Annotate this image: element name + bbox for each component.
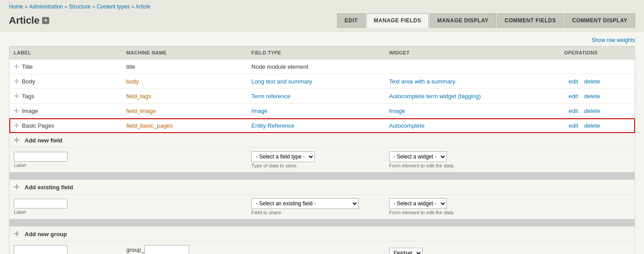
page-title: Article + — [9, 15, 49, 26]
field-widget-link[interactable]: Autocomplete — [389, 122, 425, 129]
add-new-field-section-header: ✛ Add new field — [9, 133, 635, 148]
add-existing-field-hint: Field to share — [251, 210, 380, 215]
field-edit-link[interactable]: edit — [569, 108, 578, 114]
field-label-text: Title — [22, 63, 33, 70]
field-widget: Image — [385, 104, 560, 118]
add-new-field-ops-cell — [560, 148, 635, 172]
tab-edit[interactable]: EDIT — [337, 13, 365, 28]
add-new-group-name-input[interactable] — [144, 245, 189, 254]
content-area: Show row weights LABEL MACHINE NAME FIEL… — [0, 32, 644, 254]
field-type-link[interactable]: Image — [251, 108, 267, 114]
breadcrumb: Home » Administration » Structure » Cont… — [0, 0, 644, 11]
field-widget-link[interactable]: Text area with a summary — [389, 78, 455, 85]
field-widget-link[interactable]: Image — [389, 108, 405, 114]
add-existing-field-machine-cell — [122, 195, 247, 219]
field-ops: edit delete — [560, 104, 635, 118]
field-edit-link[interactable]: edit — [569, 122, 578, 129]
field-delete-link[interactable]: delete — [584, 122, 600, 129]
col-header-widget: WIDGET — [385, 46, 560, 59]
field-machine-name: title — [122, 59, 247, 74]
add-new-group-label-cell: Label — [9, 242, 122, 254]
field-edit-link[interactable]: edit — [569, 78, 578, 85]
divider-1 — [9, 172, 635, 180]
add-new-field-widget-hint: Form element to edit the data. — [389, 163, 555, 168]
field-machine-name: field_image — [122, 104, 247, 118]
add-new-field-label-hint: Label — [14, 162, 117, 168]
field-ops: edit delete — [560, 74, 635, 89]
show-row-weights-link[interactable]: Show row weights — [592, 37, 635, 43]
tab-comment-fields[interactable]: COMMENT FIELDS — [497, 13, 564, 28]
field-ops: edit delete — [560, 118, 635, 133]
add-new-group-section-header: ✛ Add new group — [9, 227, 635, 242]
drag-handle-icon[interactable]: ✛ — [14, 107, 19, 114]
table-row: ✛ Tags field_tags Term reference Autocom… — [9, 89, 635, 104]
tab-manage-fields[interactable]: MANAGE FIELDS — [366, 13, 429, 28]
add-existing-field-label-hint: Label — [14, 209, 117, 215]
field-delete-link[interactable]: delete — [584, 108, 600, 114]
add-new-group-fieldset-select[interactable]: Fieldset — [389, 248, 423, 254]
field-widget — [385, 59, 560, 74]
page-header: Article + EDIT MANAGE FIELDS MANAGE DISP… — [0, 11, 644, 32]
tab-comment-display[interactable]: COMMENT DISPLAY — [564, 13, 635, 28]
field-label-cell: ✛ Body — [9, 74, 122, 89]
add-existing-field-select-cell: - Select an existing field - Field to sh… — [247, 195, 385, 219]
field-widget-link[interactable]: Autocomplete term widget (tagging) — [389, 93, 481, 100]
drag-handle-icon[interactable]: ✛ — [14, 92, 19, 100]
add-existing-field-section-header: ✛ Add existing field — [9, 180, 635, 195]
divider-2 — [9, 219, 635, 227]
col-header-label: LABEL — [9, 46, 122, 59]
breadcrumb-administration[interactable]: Administration — [29, 4, 63, 10]
field-widget: Autocomplete term widget (tagging) — [385, 89, 560, 104]
field-widget: Text area with a summary — [385, 74, 560, 89]
add-new-group-label-input[interactable] — [14, 245, 68, 254]
add-new-field-type-hint: Type of data to store. — [251, 163, 380, 168]
breadcrumb-content-types[interactable]: Content types — [97, 4, 130, 10]
add-new-field-label-input[interactable] — [14, 152, 68, 162]
show-row-weights-container: Show row weights — [9, 37, 635, 43]
field-type: Long text and summary — [247, 74, 385, 89]
page-wrapper: Home » Administration » Structure » Cont… — [0, 0, 644, 254]
breadcrumb-article[interactable]: Article — [136, 4, 150, 10]
field-type-link[interactable]: Entity Reference — [251, 122, 294, 129]
add-existing-field-label-input[interactable] — [14, 199, 68, 208]
tab-bar: EDIT MANAGE FIELDS MANAGE DISPLAY COMMEN… — [337, 13, 636, 28]
table-row: ✛ Image field_image Image Image edit del… — [9, 104, 635, 118]
add-new-field-drag-icon: ✛ — [14, 137, 19, 144]
add-shortcut-icon[interactable]: + — [42, 17, 49, 24]
field-type-link[interactable]: Term reference — [251, 93, 290, 100]
drag-handle-icon[interactable]: ✛ — [14, 78, 19, 85]
field-label-text: Body — [22, 78, 35, 85]
field-machine-name: field_basic_pages — [122, 118, 247, 133]
field-widget: Autocomplete — [385, 118, 560, 133]
field-label-text: Tags — [22, 93, 34, 100]
add-new-group-title: Add new group — [25, 231, 67, 237]
drag-handle-icon[interactable]: ✛ — [14, 63, 19, 70]
table-row-highlighted: ✛ Basic Pages field_basic_pages Entity R… — [9, 118, 635, 133]
field-type-link[interactable]: Long text and summary — [251, 78, 312, 85]
breadcrumb-home[interactable]: Home — [9, 4, 23, 10]
add-existing-field-select[interactable]: - Select an existing field - — [251, 198, 359, 209]
add-new-field-type-cell: - Select a field type - Type of data to … — [247, 148, 385, 172]
field-label-text: Basic Pages — [22, 122, 54, 129]
fields-table: LABEL MACHINE NAME FIELD TYPE WIDGET OPE… — [9, 46, 635, 254]
drag-handle-icon[interactable]: ✛ — [14, 122, 19, 129]
field-label-cell: ✛ Title — [9, 59, 122, 74]
col-header-fieldtype: FIELD TYPE — [247, 46, 385, 59]
add-new-field-title: Add new field — [25, 137, 63, 144]
add-existing-field-row: Label - Select an existing field - Field… — [9, 195, 635, 219]
field-type: Node module element — [247, 59, 385, 74]
add-new-field-machine-cell — [122, 148, 247, 172]
add-new-group-row: Label group_ Group name (a-z, 0-9, _) Fi… — [9, 242, 635, 254]
breadcrumb-structure[interactable]: Structure — [69, 4, 91, 10]
add-new-field-label-cell: Label — [9, 148, 122, 172]
field-edit-link[interactable]: edit — [569, 93, 578, 100]
add-existing-field-widget-select[interactable]: - Select a widget - — [389, 198, 447, 209]
field-type: Entity Reference — [247, 118, 385, 133]
field-delete-link[interactable]: delete — [584, 93, 600, 100]
field-label-cell: ✛ Basic Pages — [9, 118, 122, 133]
tab-manage-display[interactable]: MANAGE DISPLAY — [430, 13, 496, 28]
add-existing-field-drag-icon: ✛ — [14, 183, 19, 191]
add-new-field-widget-select[interactable]: - Select a widget - — [389, 151, 447, 162]
add-new-field-type-select[interactable]: - Select a field type - — [251, 151, 315, 162]
field-delete-link[interactable]: delete — [584, 78, 600, 85]
